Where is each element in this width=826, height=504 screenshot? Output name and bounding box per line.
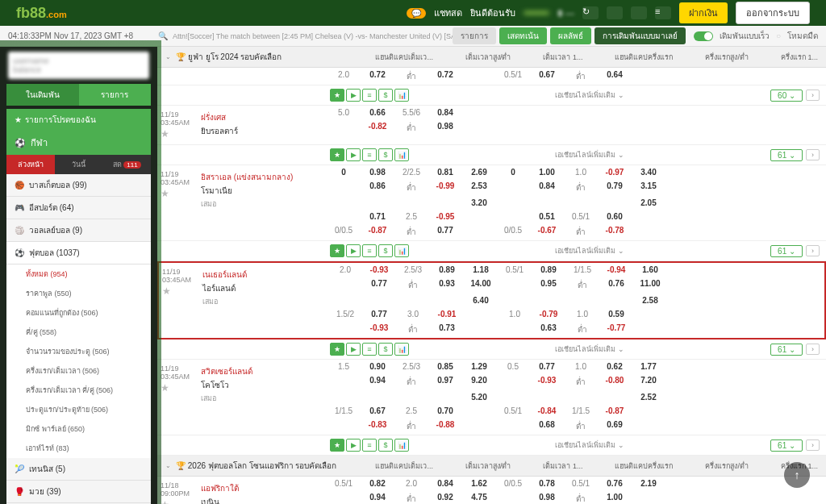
- odds-cell[interactable]: 0.84: [530, 180, 564, 195]
- odds-cell[interactable]: -0.67: [530, 224, 564, 240]
- home-team[interactable]: อิสราเอล (แข่งสนามกลาง): [201, 170, 323, 184]
- odds-cell[interactable]: ต่ำ: [565, 322, 599, 337]
- league-header[interactable]: ⌄ 🏆 ยูฟ่า ยูโร 2024 รอบคัดเลือก แฮนดิแคป…: [157, 47, 826, 68]
- chart-action-icon[interactable]: 📊: [394, 343, 409, 356]
- line-count[interactable]: 61 ⌄: [770, 245, 803, 257]
- line-count[interactable]: 61 ⌄: [770, 344, 803, 356]
- odds-cell[interactable]: ต่ำ: [564, 69, 598, 84]
- sport-sub-item[interactable]: จำนวนรวมของประตู (506): [6, 342, 151, 361]
- odds-cell[interactable]: ต่ำ: [394, 419, 428, 434]
- odds-cell[interactable]: 1.00: [598, 491, 632, 504]
- odds-cell[interactable]: 7.20: [632, 374, 665, 389]
- odds-cell[interactable]: 1.0: [564, 360, 598, 373]
- odds-cell[interactable]: 0.78: [530, 477, 564, 489]
- odds-cell[interactable]: -0.83: [361, 419, 394, 434]
- odds-cell[interactable]: 0.92: [428, 491, 462, 504]
- odds-cell[interactable]: 2.69: [462, 166, 496, 178]
- odds-cell[interactable]: 0.82: [361, 477, 394, 489]
- odds-cell[interactable]: 2.19: [632, 477, 665, 489]
- chat-link[interactable]: แชทสด: [434, 6, 462, 20]
- odds-cell[interactable]: -0.93: [362, 322, 396, 337]
- chart-action-icon[interactable]: 📊: [394, 439, 409, 452]
- tab-odds-format[interactable]: การเดิมพันแบบมาเลย์: [594, 27, 686, 44]
- odds-cell[interactable]: -0.87: [361, 224, 394, 240]
- odds-cell[interactable]: 3.40: [632, 166, 665, 178]
- more-lines-link[interactable]: เอเชียนไลน์เพิ่มเติม ⌄: [412, 439, 767, 451]
- odds-cell[interactable]: -0.77: [599, 322, 633, 337]
- odds-cell[interactable]: 0.98: [530, 491, 564, 504]
- star-action-icon[interactable]: ★: [330, 148, 344, 161]
- odds-cell[interactable]: -0.93: [530, 374, 564, 389]
- odds-cell[interactable]: 2.5: [394, 210, 428, 223]
- chart-action-icon[interactable]: 📊: [394, 89, 409, 102]
- more-lines-link[interactable]: เอเชียนไลน์เพิ่มเติม ⌄: [412, 149, 767, 160]
- odds-cell[interactable]: 0.77: [362, 277, 396, 293]
- odds-cell[interactable]: 0.73: [430, 322, 464, 337]
- chart-action-icon[interactable]: 📊: [394, 148, 409, 161]
- odds-cell[interactable]: 0.76: [598, 477, 632, 489]
- odds-cell[interactable]: 0.90: [361, 360, 394, 373]
- sport-item[interactable]: 🎮 อีสปอร์ต (64): [6, 197, 151, 219]
- odds-cell[interactable]: 0.68: [530, 419, 564, 434]
- fav-star-icon[interactable]: ★: [161, 382, 194, 394]
- odds-cell[interactable]: -0.87: [598, 405, 632, 417]
- sport-tab-early[interactable]: ล่วงหน้า: [6, 155, 55, 174]
- star-action-icon[interactable]: ★: [330, 343, 344, 356]
- odds-cell[interactable]: 1.60: [633, 264, 667, 276]
- odds-cell[interactable]: 0.5/1: [564, 477, 598, 489]
- odds-cell[interactable]: ต่ำ: [565, 277, 599, 293]
- line-count[interactable]: 60 ⌄: [770, 90, 803, 102]
- tab-highlight[interactable]: เสดทเน้น: [499, 27, 547, 44]
- sport-item[interactable]: 🏐 วอลเลย์บอล (9): [6, 219, 151, 242]
- odds-cell[interactable]: 0.72: [428, 69, 462, 84]
- away-team[interactable]: เบนิน: [201, 495, 323, 504]
- odds-cell[interactable]: 0.98: [361, 166, 394, 178]
- stats-action-icon[interactable]: ≡: [362, 89, 377, 102]
- history-icon[interactable]: [631, 6, 647, 19]
- odds-cell[interactable]: 0.98: [428, 120, 462, 135]
- odds-cell[interactable]: 0: [496, 166, 530, 178]
- refresh-icon[interactable]: ↻: [582, 6, 599, 19]
- stats-action-icon[interactable]: ≡: [362, 148, 377, 161]
- odds-cell[interactable]: 0/0.5: [496, 477, 530, 489]
- odds-cell[interactable]: 9.20: [462, 374, 496, 389]
- odds-cell[interactable]: ต่ำ: [564, 180, 598, 195]
- odds-cell[interactable]: 0/0.5: [496, 224, 530, 240]
- more-lines-link[interactable]: เอเชียนไลน์เพิ่มเติม ⌄: [412, 90, 767, 101]
- odds-cell[interactable]: 1/1.5: [327, 405, 361, 417]
- odds-cell[interactable]: 0.89: [532, 264, 565, 276]
- odds-cell[interactable]: -0.88: [428, 419, 462, 434]
- odds-cell[interactable]: 0: [327, 166, 361, 178]
- sport-sub-item[interactable]: ประตูแรก/ประตูท้าย (506): [6, 400, 151, 419]
- odds-cell[interactable]: 1.18: [464, 264, 498, 276]
- stats-action-icon[interactable]: ≡: [362, 439, 377, 452]
- odds-cell[interactable]: ต่ำ: [394, 120, 428, 135]
- odds-cell[interactable]: 0.79: [598, 180, 632, 195]
- away-team[interactable]: โรมาเนีย: [201, 184, 323, 198]
- odds-cell[interactable]: 0.76: [599, 277, 633, 293]
- odds-cell[interactable]: 0.84: [428, 477, 462, 489]
- odds-cell[interactable]: 2.5/3: [396, 264, 430, 276]
- sport-sub-item[interactable]: คี่/คู่ (558): [6, 323, 151, 342]
- odds-cell[interactable]: 0.64: [598, 69, 632, 84]
- odds-cell[interactable]: 1.0: [498, 308, 532, 320]
- fav-star-icon[interactable]: ★: [161, 128, 194, 140]
- odds-cell[interactable]: -0.79: [532, 308, 565, 320]
- odds-cell[interactable]: 1.00: [530, 166, 564, 178]
- odds-cell[interactable]: -0.84: [530, 405, 564, 417]
- odds-cell[interactable]: -0.80: [598, 374, 632, 389]
- stats-action-icon[interactable]: ≡: [362, 343, 377, 356]
- odds-cell[interactable]: ต่ำ: [564, 491, 598, 504]
- odds-cell[interactable]: 5.0: [327, 106, 361, 119]
- away-team[interactable]: ยิบรอลตาร์: [201, 124, 323, 138]
- sport-item[interactable]: 🥊 มวย (39): [6, 481, 151, 503]
- chat-icon[interactable]: 💬: [407, 8, 426, 19]
- odds-cell[interactable]: 2.5/3: [394, 360, 428, 373]
- odds-cell[interactable]: ต่ำ: [396, 322, 430, 337]
- odds-cell[interactable]: 0.5/1: [498, 264, 532, 276]
- odds-cell[interactable]: 0.66: [361, 106, 394, 119]
- tab-results[interactable]: ผลลัพธ์: [550, 27, 591, 44]
- odds-cell[interactable]: 0.5/1: [564, 210, 598, 223]
- chart-action-icon[interactable]: 📊: [394, 244, 409, 257]
- home-team[interactable]: สวิตเซอร์แลนด์: [201, 364, 323, 378]
